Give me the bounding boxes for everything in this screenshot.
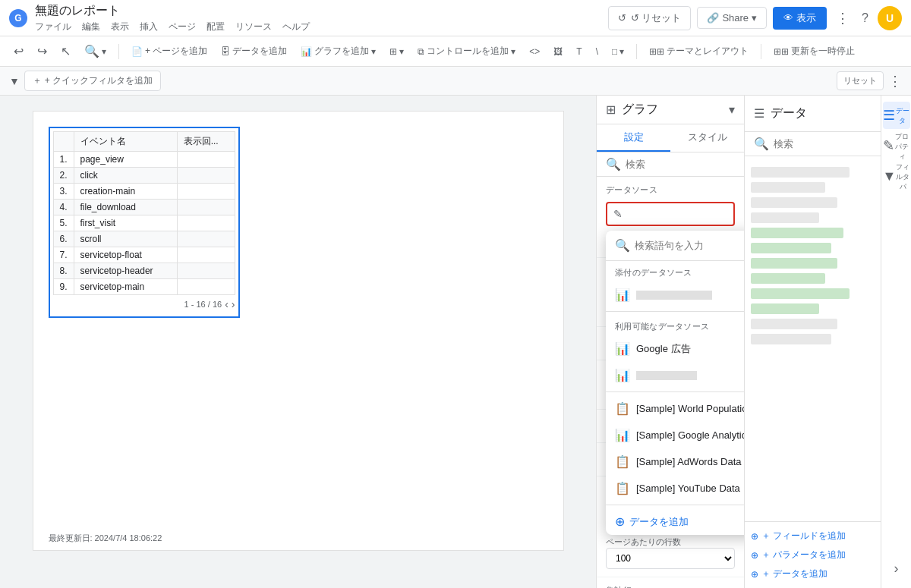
- dropdown-divider-2: [606, 391, 744, 392]
- undo-button[interactable]: ↩: [9, 41, 28, 61]
- add-page-button[interactable]: 📄 + ページを追加: [127, 42, 212, 61]
- col-event-header: イベント名: [74, 132, 177, 152]
- menu-arrange[interactable]: 配置: [206, 20, 225, 33]
- top-bar-right: ↺ ↺ リセット 🔗 Share ▾ 👁 表示 ⋮ ? U: [608, 6, 902, 30]
- row-display: [177, 184, 235, 200]
- table-row: 8.servicetop-header: [53, 263, 235, 279]
- col-num-header: [53, 132, 74, 152]
- more-options-button[interactable]: ⋮: [833, 7, 853, 30]
- row-event: servicetop-header: [74, 263, 177, 279]
- adwords-label: [Sample] AdWords Data: [636, 456, 742, 467]
- datasource-box[interactable]: ✎ 🔍 添付のデータソース 📊 利用: [606, 202, 735, 226]
- code-button[interactable]: <>: [525, 43, 544, 60]
- add-data-button[interactable]: 🗄 データを追加: [216, 42, 292, 61]
- sidebar-filter-button[interactable]: ▼ フィルタパ: [883, 162, 910, 190]
- share-button[interactable]: 🔗 Share ▾: [697, 7, 767, 29]
- blank-label: [636, 371, 697, 380]
- zoom-button[interactable]: 🔍 ▾: [80, 41, 111, 61]
- dropdown-add-data-button[interactable]: ⊕ データを追加: [606, 508, 744, 535]
- avatar[interactable]: U: [878, 6, 902, 30]
- add-control-button[interactable]: ⧉ コントロールを追加 ▾: [413, 42, 520, 61]
- datasource-dropdown: 🔍 添付のデータソース 📊 利用可能なデータソース 📊 Google 広: [606, 231, 744, 535]
- blurred-row-8: [751, 273, 825, 284]
- attached-section-title: 添付のデータソース: [606, 261, 744, 281]
- add-component-button[interactable]: ⊞ ▾: [385, 43, 408, 60]
- prev-page-button[interactable]: ‹: [225, 298, 229, 310]
- datasource-section: データソース ✎ 🔍 添付のデータソース 📊: [597, 177, 744, 258]
- add-chart-button[interactable]: 📊 グラフを追加 ▾: [296, 42, 380, 61]
- data-search-input[interactable]: [774, 138, 881, 149]
- auto-refresh-button[interactable]: ⊞⊞ 更新を一時停止: [769, 42, 859, 61]
- ads-icon: 📊: [615, 341, 630, 356]
- view-button[interactable]: 👁 表示: [773, 7, 827, 30]
- dropdown-item-adwords[interactable]: 📋 [Sample] AdWords Data: [606, 448, 744, 475]
- menu-page[interactable]: ページ: [169, 20, 196, 33]
- menu-edit[interactable]: 編集: [82, 20, 100, 33]
- add-data-label: データを追加: [232, 45, 287, 58]
- sidebar-data-button[interactable]: ☰ データ: [883, 102, 910, 129]
- row-num: 4.: [53, 200, 74, 215]
- next-page-button[interactable]: ›: [232, 298, 235, 310]
- reset-button[interactable]: ↺ ↺ リセット: [608, 6, 692, 30]
- blank-icon: 📊: [615, 368, 630, 382]
- redo-icon: ↪: [37, 44, 47, 58]
- shape-button[interactable]: □ ▾: [607, 43, 629, 60]
- edit-datasource-icon: ✎: [613, 208, 623, 220]
- row-num: 2.: [53, 168, 74, 184]
- select-tool-button[interactable]: ↖: [56, 41, 75, 61]
- menu-resources[interactable]: リソース: [235, 20, 272, 33]
- tab-settings[interactable]: 設定: [597, 124, 670, 152]
- theme-layout-button[interactable]: ⊞⊞ テーマとレイアウト: [645, 42, 753, 61]
- row-event: first_visit: [74, 215, 177, 231]
- add-data-footer-button[interactable]: ⊕ ＋ データを追加: [751, 566, 875, 582]
- sidebar-expand-button[interactable]: ›: [883, 555, 910, 582]
- dropdown-divider-1: [606, 311, 744, 312]
- row-num: 9.: [53, 279, 74, 295]
- blurred-row-4: [751, 212, 819, 223]
- table-icon-3: 📋: [615, 481, 630, 495]
- quick-filter-plus-icon: ＋: [33, 74, 42, 87]
- graph-search-input[interactable]: [626, 159, 744, 170]
- dropdown-item-google-ads[interactable]: 📊 Google 広告: [606, 335, 744, 362]
- table-row: 3.creation-main: [53, 184, 235, 200]
- dropdown-search-icon: 🔍: [615, 238, 630, 253]
- dropdown-item-blank[interactable]: 📊: [606, 362, 744, 388]
- line-button[interactable]: \: [591, 43, 603, 60]
- world-pop-label: [Sample] World Population D: [636, 403, 744, 414]
- sidebar-data-icon: ☰: [883, 107, 895, 124]
- add-chart-dropdown: ▾: [371, 46, 376, 57]
- dropdown-item-world-pop[interactable]: 📋 [Sample] World Population D: [606, 395, 744, 422]
- dropdown-search-input[interactable]: [635, 240, 744, 251]
- data-panel: ☰ データ 🔍 ⊕ ＋ フィールドを追加: [744, 96, 881, 588]
- add-data-footer-plus-icon: ⊕: [751, 569, 758, 580]
- blurred-row-3: [751, 197, 837, 208]
- menu-insert[interactable]: 挿入: [140, 20, 158, 33]
- menu-view[interactable]: 表示: [111, 20, 129, 33]
- menu-help[interactable]: ヘルプ: [282, 20, 310, 33]
- text-button[interactable]: T: [572, 43, 586, 60]
- row-display: [177, 200, 235, 215]
- dropdown-item-youtube[interactable]: 📋 [Sample] YouTube Data: [606, 475, 744, 502]
- rows-per-page-select[interactable]: 100 25 50: [606, 548, 735, 569]
- theme-label: テーマとレイアウト: [667, 45, 749, 58]
- sidebar-property-icon: ✎: [883, 137, 894, 154]
- menu-file[interactable]: ファイル: [35, 20, 71, 33]
- help-button[interactable]: ?: [859, 8, 872, 28]
- filter-reset-button[interactable]: リセット: [837, 71, 884, 90]
- dropdown-item-ga[interactable]: 📊 [Sample] Google Analytics D: [606, 422, 744, 448]
- quick-filter-button[interactable]: ＋ + クイックフィルタを追加: [24, 71, 161, 91]
- tab-style[interactable]: スタイル: [670, 124, 744, 152]
- row-num: 1.: [53, 152, 74, 168]
- filter-right: リセット ⋮: [837, 71, 902, 90]
- graph-panel-dropdown-button[interactable]: ▾: [729, 102, 735, 117]
- add-field-button[interactable]: ⊕ ＋ フィールドを追加: [751, 528, 875, 544]
- row-num: 8.: [53, 263, 74, 279]
- select-icon: ↖: [61, 44, 71, 58]
- filter-more-button[interactable]: ⋮: [888, 73, 902, 90]
- add-param-button[interactable]: ⊕ ＋ パラメータを追加: [751, 547, 875, 563]
- redo-button[interactable]: ↪: [33, 41, 52, 61]
- graph-panel-search: 🔍: [597, 153, 744, 177]
- image-button[interactable]: 🖼: [549, 43, 567, 60]
- dropdown-item-attached[interactable]: 📊: [606, 281, 744, 308]
- sidebar-property-button[interactable]: ✎ プロパティ: [883, 132, 910, 159]
